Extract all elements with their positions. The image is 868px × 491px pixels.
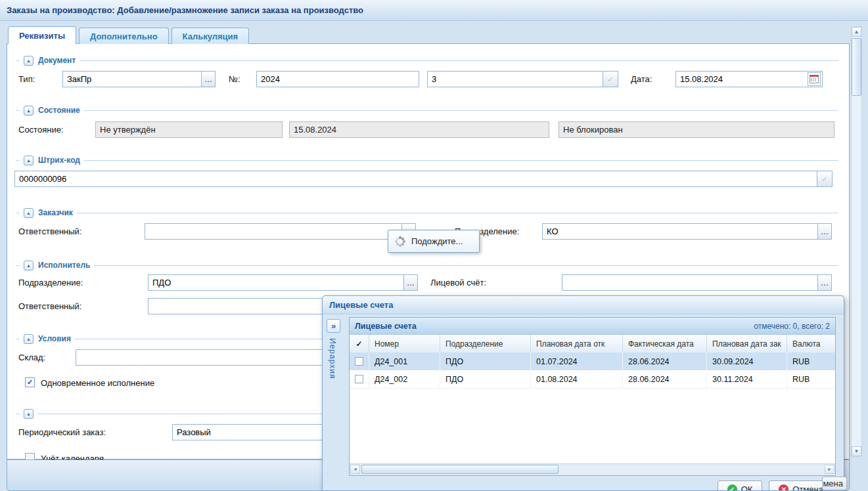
collapse-icon[interactable]: ▲: [24, 334, 34, 344]
hscrollbar-thumb[interactable]: [361, 465, 559, 474]
row-checkbox[interactable]: [355, 375, 363, 383]
collapse-icon[interactable]: ▲: [24, 56, 34, 66]
tab-dopolnitelno[interactable]: Дополнительно: [79, 28, 169, 44]
customer-division-field[interactable]: [542, 223, 818, 240]
column-number[interactable]: Номер: [369, 335, 440, 352]
column-fact-date[interactable]: Фактическая дата: [623, 335, 707, 352]
executor-responsible-label: Ответственный:: [18, 298, 81, 314]
check-icon: ✓: [27, 378, 33, 386]
ok-label: ОК: [741, 484, 753, 491]
scrollbar-thumb[interactable]: [852, 38, 861, 96]
collapse-icon[interactable]: ▲: [24, 261, 34, 270]
section-title: Документ: [38, 56, 76, 65]
executor-division-field[interactable]: [148, 274, 404, 291]
wait-popup: Подождите...: [388, 230, 480, 253]
ellipsis-icon: …: [204, 75, 212, 84]
section-executor-header: ▲ Исполнитель: [16, 260, 838, 270]
tab-rekvizity[interactable]: Реквизиты: [8, 26, 76, 44]
column-currency[interactable]: Валюта: [787, 335, 831, 352]
section-barcode-header: ▲ Штрих-код: [16, 155, 838, 165]
dialog-titlebar: Лицевые счета: [323, 296, 844, 314]
periodic-field[interactable]: [172, 424, 343, 440]
tab-label: Реквизиты: [19, 31, 65, 41]
doc-type-field[interactable]: [62, 71, 202, 87]
collapse-icon[interactable]: ▲: [24, 208, 34, 218]
window-title: Заказы на производство: Добавление/размн…: [7, 5, 363, 15]
account-row[interactable]: Д24_001 ПДО 01.07.2024 28.06.2024 30.09.…: [350, 352, 835, 370]
customer-responsible-field[interactable]: [145, 223, 402, 240]
main-scrollbar[interactable]: ▲ ▼: [851, 26, 862, 457]
column-check[interactable]: ✓: [350, 335, 369, 352]
barcode-field[interactable]: [14, 171, 817, 187]
scroll-down-icon[interactable]: ▼: [852, 446, 861, 456]
cell-plan-open: 01.08.2024: [531, 370, 623, 388]
customer-division-lookup-button[interactable]: …: [817, 223, 832, 240]
cell-division: ПДО: [440, 370, 531, 388]
cell-fact-date: 28.06.2024: [623, 370, 707, 388]
apply-check-icon: ✓: [607, 75, 614, 84]
section-title: Состояние: [38, 106, 80, 115]
state-label: Состояние:: [18, 121, 63, 138]
grid-caption: Лицевые счета отмечено: 0, всего: 2: [350, 318, 835, 335]
cancel-label: Отмена: [792, 484, 823, 491]
doc-date-field[interactable]: [675, 71, 823, 87]
form-cancel-label: Отмена: [822, 479, 843, 488]
spinner-icon: [395, 236, 405, 247]
hierarchy-tab[interactable]: Иерархия: [328, 338, 337, 379]
tab-label: Дополнительно: [90, 32, 158, 41]
tab-bar: Реквизиты Дополнительно Калькуляция: [8, 26, 249, 44]
cell-plan-close: 30.09.2024: [707, 352, 787, 370]
column-plan-close[interactable]: Плановая дата зак: [707, 335, 787, 352]
doc-number-field[interactable]: [427, 71, 603, 87]
doc-year-field[interactable]: [256, 71, 419, 87]
executor-account-label: Лицевой счёт:: [430, 274, 486, 291]
doc-number-apply-button[interactable]: ✓: [603, 71, 618, 87]
date-picker-button[interactable]: [808, 72, 821, 86]
scroll-left-icon[interactable]: ◄: [350, 465, 360, 474]
accounts-grid: Лицевые счета отмечено: 0, всего: 2 ✓ Но…: [349, 317, 836, 476]
barcode-apply-button[interactable]: ✓: [817, 171, 833, 187]
scroll-right-icon[interactable]: ►: [825, 465, 834, 474]
cell-plan-close: 30.11.2024: [707, 370, 787, 388]
tab-kalkulyaciya[interactable]: Калькуляция: [171, 28, 250, 44]
grid-counter: отмечено: 0, всего: 2: [754, 322, 830, 331]
simultaneous-checkbox[interactable]: ✓: [25, 377, 35, 387]
divider: [16, 265, 838, 266]
ellipsis-icon: …: [821, 227, 829, 236]
executor-account-lookup-button[interactable]: …: [817, 274, 832, 291]
ok-button[interactable]: ✓ ОК: [718, 480, 763, 491]
column-plan-open[interactable]: Плановая дата отк: [531, 335, 623, 352]
cell-currency: RUB: [787, 352, 831, 370]
scroll-up-icon[interactable]: ▲: [852, 27, 861, 37]
cell-number: Д24_002: [369, 370, 440, 388]
collapse-icon[interactable]: ▲: [24, 156, 34, 165]
hierarchy-expand-icon[interactable]: »: [327, 319, 340, 333]
grid-hscrollbar[interactable]: ◄ ►: [350, 463, 835, 475]
doc-type-lookup-button[interactable]: …: [201, 71, 216, 87]
cell-plan-open: 01.07.2024: [531, 352, 623, 370]
customer-responsible-label: Ответственный:: [18, 223, 81, 240]
executor-account-field[interactable]: [562, 274, 818, 291]
cell-fact-date: 28.06.2024: [623, 352, 707, 370]
ellipsis-icon: …: [821, 278, 829, 288]
dialog-buttons: ✓ ОК ✕ Отмена: [323, 480, 833, 491]
divider: [16, 60, 838, 61]
state-date-field: [289, 121, 549, 138]
section-title: Исполнитель: [38, 261, 90, 270]
warehouse-label: Склад:: [18, 349, 45, 366]
section-title: Штрих-код: [38, 156, 80, 165]
collapse-icon[interactable]: ▲: [24, 409, 34, 419]
column-division[interactable]: Подразделение: [440, 335, 531, 352]
divider: [16, 213, 838, 213]
section-title: Заказчик: [38, 208, 73, 217]
form-cancel-button[interactable]: Отмена: [822, 477, 847, 490]
collapse-icon[interactable]: ▲: [24, 106, 34, 116]
row-checkbox[interactable]: [355, 357, 363, 366]
ellipsis-icon: …: [407, 278, 415, 288]
date-label: Дата:: [631, 71, 652, 87]
cell-currency: RUB: [787, 370, 831, 388]
executor-division-lookup-button[interactable]: …: [403, 274, 418, 291]
accounts-dialog: Лицевые счета » Иерархия Лицевые счета о…: [322, 295, 844, 491]
ok-icon: ✓: [727, 484, 737, 491]
account-row[interactable]: Д24_002 ПДО 01.08.2024 28.06.2024 30.11.…: [350, 370, 835, 389]
